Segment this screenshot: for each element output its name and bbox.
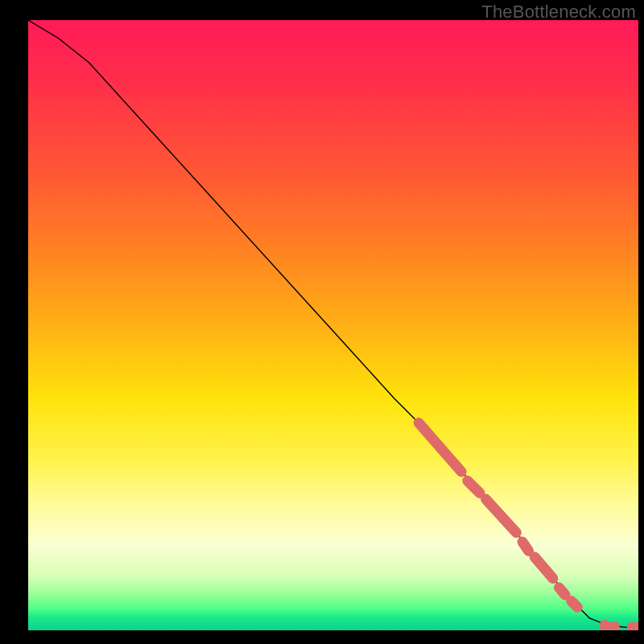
chart-overlay bbox=[28, 20, 638, 630]
svg-line-4 bbox=[535, 557, 553, 579]
svg-line-6 bbox=[572, 601, 578, 608]
svg-point-7 bbox=[599, 620, 610, 630]
svg-line-0 bbox=[419, 423, 461, 472]
svg-line-1 bbox=[468, 481, 480, 493]
svg-line-5 bbox=[559, 588, 565, 595]
chart-frame: TheBottleneck.com bbox=[0, 0, 644, 644]
attribution-text: TheBottleneck.com bbox=[481, 2, 636, 23]
svg-line-2 bbox=[486, 499, 517, 533]
curve-line bbox=[28, 20, 638, 627]
svg-line-3 bbox=[522, 542, 529, 551]
marker-segments bbox=[419, 423, 577, 607]
marker-dots bbox=[599, 620, 638, 630]
svg-point-8 bbox=[609, 621, 620, 630]
